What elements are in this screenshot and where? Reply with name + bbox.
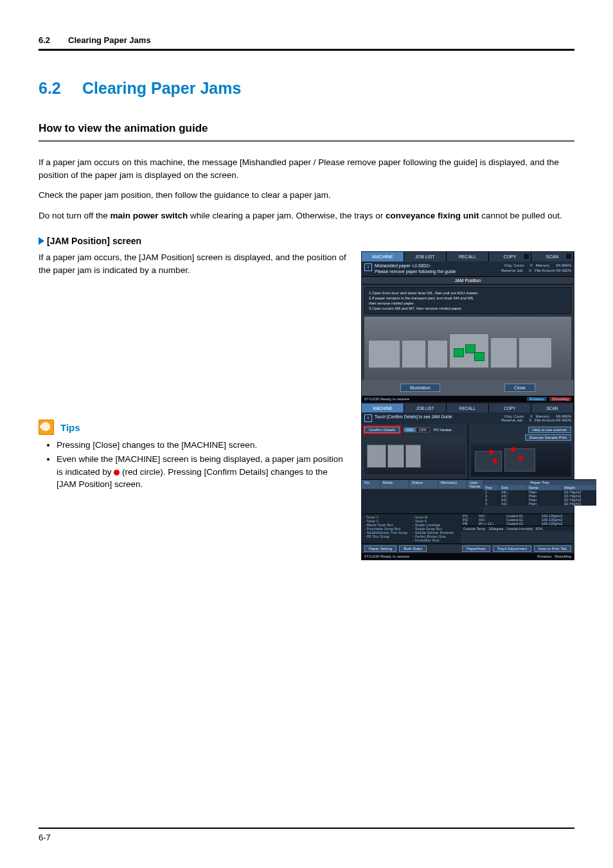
subsection-rule [39,140,574,142]
consumable-item: Humidifier Tank [413,538,454,542]
ss1-button-row: Illustration Close [362,380,574,396]
bb-paper-setting[interactable]: Paper Setting [364,545,396,552]
help-scanner-button[interactable]: Help to use scanner [528,427,571,433]
ss1-jam-marker-1 [454,348,464,357]
ss2-tab-recall[interactable]: RECALL [447,403,489,412]
triangle-right-icon [39,237,44,245]
ss1-tab-recall[interactable]: RECALL [447,252,489,261]
env-temp-value: 25degree [488,527,503,531]
red-circle-icon [114,470,120,475]
th-name: Name [527,485,562,490]
confirm-details-button[interactable]: Confirm Details [364,427,400,433]
ss1-footer-chip-blue: Rotation [527,397,546,401]
ss1-tab-joblist[interactable]: JOB LIST [404,252,447,261]
term-conveyance-fixing-unit: conveyance fixing unit [386,211,479,220]
ss2-tab-joblist[interactable]: JOB LIST [404,403,447,412]
paragraph-intro-1: If a paper jam occurs on this machine, t… [39,156,574,181]
ss1-message-line1: Mishandled paper <J-3002> [375,263,499,269]
ss1-unit-3 [427,340,448,368]
tip-1: Pressing [Close] changes to the [MACHINE… [57,439,350,452]
tray-panel-title: Paper Tray [483,480,596,485]
ss2-footer: 07/12/20 Ready to receive Rotation ShowM… [362,553,574,560]
ss2-left-unit-2 [387,445,404,468]
paragraph-intro-3c: while clearing a paper jam. Otherwise, t… [188,211,386,220]
ss1-unit-1 [368,340,400,368]
ss2-left-machine-diagram [364,436,465,474]
execute-sample-print-button[interactable]: Execute Sample Print [525,434,571,441]
screenshot-machine-screen: MACHINE JOB LIST RECALL COPY SCAN i Touc… [361,403,574,560]
running-header-title: Clearing Paper Jams [68,35,151,45]
ss2-right-machine-diagram [471,443,572,477]
ss1-subheader: JAM Position [362,276,574,285]
ss2-joblist-header: No. Mode Status Minute(s) User Name [362,480,483,489]
pi-row: PB8½ x 11□Coated-GL106-135g/m2 [461,522,574,526]
tray-panel-header: Tray Size Name Weight [483,485,596,490]
ss1-machine-diagram [364,317,571,380]
info-icon: i [364,414,372,422]
env-hum-label: Outside Humidity [506,527,533,531]
toggle-off[interactable]: OFF [416,427,430,432]
ss1-message-bar: i Mishandled paper <J-3002> Please remov… [362,261,574,276]
info-icon: i [364,263,372,271]
term-main-power-switch: main power switch [111,211,188,220]
jam-dot-3 [511,447,515,452]
ss1-tab-scan[interactable]: SCAN [531,252,574,261]
jl-col-user: User Name [467,480,483,489]
ss2-tab-copy[interactable]: COPY [489,403,531,412]
ss2-pi-panel: PI1A4□Coated-GL106-135g/m2PI2A4□Coated-G… [461,513,574,526]
th-size: Size [499,485,527,490]
ss1-illustration-button[interactable]: Illustration [400,384,440,392]
ss2-consumables: Toner YToner CWaste Toner BoxPunchable S… [362,513,461,544]
ss1-unit-2 [402,340,426,368]
jam-dot-4 [519,456,523,461]
jl-col-mode: Mode [380,480,409,489]
bb-paperfeed[interactable]: PaperFeed [462,545,490,552]
ss1-unit-5 [490,337,517,368]
ss2-tab-machine[interactable]: MACHINE [362,403,404,412]
jam-dot-1 [489,450,493,454]
running-header: 6.2 Clearing Paper Jams [39,35,574,45]
paragraph-intro-3e: cannot be pulled out. [479,211,562,220]
ss1-tab-copy[interactable]: COPY [489,252,531,261]
paragraph-intro-3a: Do not turn off the [39,211,111,220]
jam-position-heading: [JAM Position] screen [39,236,574,246]
ss2-message-text: Touch [Confirm Details] to see JAM Guide [375,414,499,419]
jam-dot-2 [493,459,497,463]
ss2-tab-scan[interactable]: SCAN [531,403,574,412]
tray-row: 4A3□Plain62-74g/m2 [483,502,596,506]
po-heater-toggle[interactable]: ON OFF [404,427,430,432]
bb-both-sides[interactable]: Both Sides [399,545,427,552]
page-number: 6-7 [39,833,574,842]
ss1-message-text: Mishandled paper <J-3002> Please remove … [375,263,499,274]
bb-howto-print-tab[interactable]: How to Print Tab [534,545,571,552]
section-heading-title: Clearing Paper Jams [82,79,241,98]
ss1-jam-marker-3 [474,352,484,361]
ss2-tabs: MACHINE JOB LIST RECALL COPY SCAN [362,403,574,412]
ss2-joblist: No. Mode Status Minute(s) User Name [362,479,483,513]
section-heading: 6.2 Clearing Paper Jams [39,79,574,98]
env-temp-label: Outside Temp. [463,527,486,531]
ss1-unit-6 [519,337,552,368]
ss2-left-unit-1 [367,445,386,468]
jl-col-minutes: Minute(s) [438,480,467,489]
ss2-env-bar: Outside Temp. 25degree Outside Humidity … [461,526,574,531]
jl-col-status: Status [409,480,438,489]
ss1-close-button[interactable]: Close [504,384,535,392]
section-heading-num: 6.2 [39,79,71,98]
tip-2: Even while the [MACHINE] screen is being… [57,453,350,491]
ss2-footer-status: 07/12/20 Ready to receive [364,554,409,558]
tips-list: Pressing [Close] changes to the [MACHINE… [45,439,350,490]
paragraph-intro-3: Do not turn off the main power switch wh… [39,209,574,222]
env-hum-value: 50% [536,527,543,531]
ss1-footer: 07/12/20 Ready to receive Rotation ShowM… [362,396,574,402]
bb-tray1-adjustment[interactable]: Tray1 Adjustment [493,545,531,552]
ss1-unit-main [449,333,489,368]
ss1-tab-machine[interactable]: MACHINE [362,252,404,261]
page-footer: 6-7 [39,828,574,842]
th-tray: Tray [483,485,499,490]
ss2-right-unit-1 [475,451,502,472]
ss2-left-unit-3 [405,445,421,468]
ss1-footer-chip-red: ShowMsg [549,397,571,401]
tips-header: Tips [39,420,350,435]
toggle-on[interactable]: ON [404,427,416,432]
